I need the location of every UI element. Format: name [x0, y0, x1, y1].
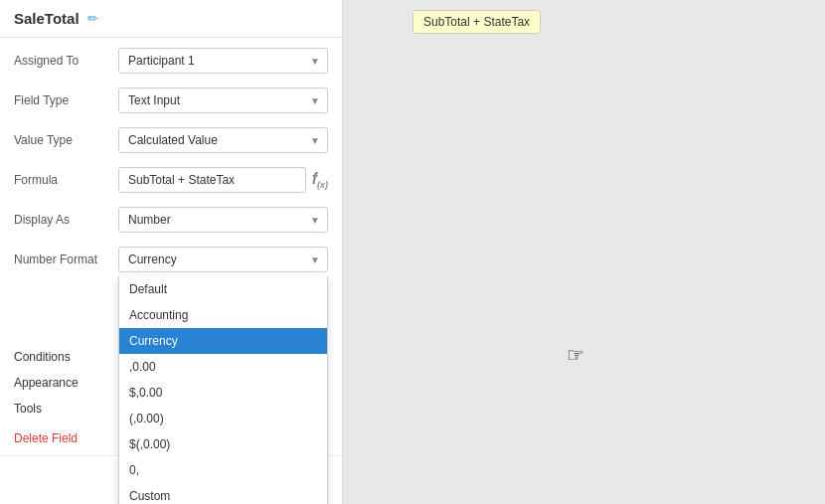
tools-label: Tools	[14, 402, 42, 416]
field-type-row: Field Type Text Input ▼	[14, 87, 328, 113]
assigned-to-label: Assigned To	[14, 54, 118, 68]
canvas-area: SubTotal + StateTax ☞	[343, 0, 825, 504]
dropdown-option-paren-comma-0-00[interactable]: (,0.00)	[119, 406, 327, 431]
value-type-row: Value Type Calculated Value ▼	[14, 127, 328, 153]
panel-title: SaleTotal	[14, 10, 80, 27]
display-as-label: Display As	[14, 213, 118, 227]
panel-header: SaleTotal ✏	[0, 0, 342, 38]
formula-input[interactable]	[118, 167, 306, 193]
formula-input-wrap: f(x)	[118, 167, 328, 193]
dropdown-option-default[interactable]: Default	[119, 276, 327, 302]
formula-tooltip: SubTotal + StateTax	[412, 10, 541, 34]
dropdown-option-custom[interactable]: Custom	[119, 483, 327, 504]
display-as-select[interactable]: Number	[118, 207, 328, 233]
number-format-label: Number Format	[14, 252, 118, 266]
dropdown-option-dollar-paren-comma-0-00[interactable]: $(,0.00)	[119, 431, 327, 457]
appearance-label: Appearance	[14, 376, 79, 390]
properties-panel: SaleTotal ✏ Assigned To Participant 1 ▼ …	[0, 0, 343, 504]
conditions-label: Conditions	[14, 350, 71, 364]
display-as-control: Number ▼	[118, 207, 328, 233]
number-format-value: Currency	[128, 252, 177, 266]
assigned-to-row: Assigned To Participant 1 ▼	[14, 48, 328, 74]
field-type-label: Field Type	[14, 93, 118, 107]
formula-label: Formula	[14, 173, 118, 187]
cursor-hand-icon: ☞	[567, 343, 584, 367]
dropdown-option-comma-0-00[interactable]: ,0.00	[119, 354, 327, 380]
display-as-row: Display As Number ▼	[14, 207, 328, 233]
value-type-control: Calculated Value ▼	[118, 127, 328, 153]
number-format-trigger[interactable]: Currency	[118, 247, 328, 272]
form-body: Assigned To Participant 1 ▼ Field Type T…	[0, 38, 342, 344]
field-type-control: Text Input ▼	[118, 87, 328, 113]
number-format-row: Number Format Currency ▼ Default Account…	[14, 247, 328, 272]
field-type-select[interactable]: Text Input	[118, 87, 328, 113]
edit-icon[interactable]: ✏	[87, 11, 98, 26]
formula-function-icon[interactable]: f(x)	[312, 170, 328, 190]
tooltip-text: SubTotal + StateTax	[423, 15, 530, 29]
dropdown-option-accounting[interactable]: Accounting	[119, 302, 327, 328]
dropdown-option-dollar-comma-0-00[interactable]: $,0.00	[119, 380, 327, 406]
dropdown-option-0-comma[interactable]: 0,	[119, 457, 327, 483]
assigned-to-control: Participant 1 ▼	[118, 48, 328, 74]
formula-row: Formula f(x)	[14, 167, 328, 193]
value-type-select[interactable]: Calculated Value	[118, 127, 328, 153]
number-format-dropdown: Default Accounting Currency ,0.00 $,0.00…	[118, 276, 328, 504]
value-type-label: Value Type	[14, 133, 118, 147]
number-format-control: Currency ▼ Default Accounting Currency ,…	[118, 247, 328, 272]
assigned-to-select[interactable]: Participant 1	[118, 48, 328, 74]
dropdown-option-currency[interactable]: Currency	[119, 328, 327, 354]
